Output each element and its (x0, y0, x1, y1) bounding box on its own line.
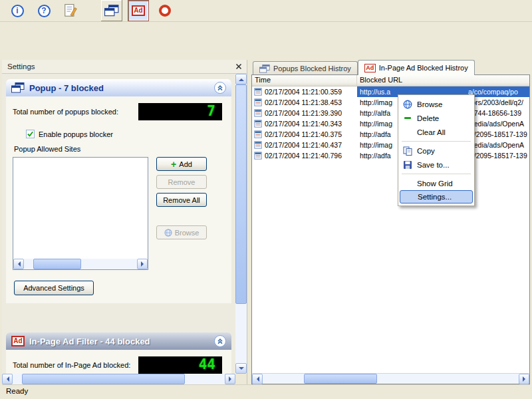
scroll-up-button[interactable] (235, 74, 247, 84)
scroll-right-button[interactable] (225, 374, 235, 384)
settings-close-button[interactable] (233, 62, 243, 72)
scroll-right-button[interactable] (519, 374, 529, 384)
url-text: http://imag (360, 98, 392, 106)
context-menu-copy[interactable]: Copy (400, 144, 473, 158)
advanced-settings-label: Advanced Settings (23, 284, 84, 292)
advanced-settings-button[interactable]: Advanced Settings (14, 281, 94, 295)
table-row[interactable]: 02/17/2004 11:21:38.453 http://imagsors/… (252, 97, 529, 108)
scroll-track[interactable] (263, 374, 519, 384)
menu-separator (402, 141, 471, 142)
menu-item-label: Delete (417, 114, 439, 122)
ad-icon: Ad (364, 64, 376, 72)
enable-popups-label: Enable popups blocker (39, 130, 113, 138)
table-row[interactable]: 02/17/2004 11:21:40.375 http://adfam/209… (252, 129, 529, 140)
context-menu-show-grid[interactable]: Show Grid (400, 176, 473, 190)
ad-filter-button[interactable]: Ad (128, 0, 149, 21)
enable-popups-row: Enable popups blocker (26, 130, 225, 138)
help-button[interactable]: ? (33, 0, 55, 21)
ad-icon: Ad (11, 336, 25, 346)
scroll-down-button[interactable] (235, 363, 247, 374)
popup-section-title: Popup - 7 blocked (29, 83, 104, 93)
menu-item-label: Clear All (417, 128, 446, 136)
scroll-left-button[interactable] (252, 374, 263, 384)
remove-button[interactable]: Remove (156, 175, 207, 189)
menu-item-label: Copy (417, 147, 435, 155)
time-value: 02/17/2004 11:21:38.453 (265, 98, 342, 106)
chevron-up-icon (216, 337, 224, 345)
url-icon (254, 98, 262, 106)
app-window: My Ad Blocker v2.0 - Unregistered Config… (0, 0, 532, 399)
scroll-thumb[interactable] (235, 84, 247, 304)
url-text: http://altfa (360, 109, 390, 117)
table-row[interactable]: 02/17/2004 11:21:00.359 http://us.aa/co/… (252, 86, 529, 97)
scroll-thumb[interactable] (22, 374, 185, 384)
settings-panel-body: Popup - 7 blocked Total number of popups… (2, 74, 235, 374)
inpage-total-label: Total number of In-Page Ad blocked: (13, 361, 130, 369)
settings-panel-header: Settings (2, 60, 247, 74)
popup-count-display: 7 (138, 103, 222, 120)
remove-all-button[interactable]: Remove All (156, 193, 207, 207)
settings-panel-title: Settings (7, 63, 35, 70)
scroll-track[interactable] (13, 374, 225, 384)
popup-count-row: Total number of popups blocked: 7 (13, 103, 225, 120)
popup-collapse-button[interactable] (214, 82, 226, 94)
browse-button-label: Browse (175, 229, 200, 237)
scroll-track[interactable] (24, 259, 137, 269)
scroll-left-button[interactable] (13, 259, 24, 269)
url-text: http://imag (360, 141, 392, 149)
time-value: 02/17/2004 11:21:39.390 (265, 109, 342, 117)
table-row[interactable]: 02/17/2004 11:21:39.390 http://altfa/374… (252, 108, 529, 118)
statusbar: Ready (2, 384, 530, 397)
globe-icon (164, 229, 172, 237)
popup-blocker-icon (104, 5, 119, 17)
tab-inpage-history-label: In-Page Ad Blocked Histroy (379, 64, 468, 72)
scroll-right-button[interactable] (137, 259, 148, 269)
history-panel: Popups Blocked Histroy Ad In-Page Ad Blo… (251, 60, 530, 384)
time-value: 02/17/2004 11:21:40.796 (265, 152, 342, 160)
browse-button[interactable]: Browse (156, 225, 207, 239)
column-header-url[interactable]: Blocked URL (357, 75, 529, 86)
time-cell: 02/17/2004 11:21:00.359 (252, 88, 357, 96)
scroll-thumb[interactable] (304, 374, 377, 384)
chevron-up-icon (216, 84, 224, 92)
allowed-sites-buttons: + Add Remove Remove All Brows (156, 157, 207, 270)
context-menu-delete[interactable]: Delete (400, 111, 473, 125)
edit-settings-button[interactable] (60, 0, 81, 21)
tab-inpage-history[interactable]: Ad In-Page Ad Blocked Histroy (358, 60, 475, 75)
scroll-thumb[interactable] (33, 259, 81, 269)
scroll-track[interactable] (235, 84, 247, 363)
enable-popups-checkbox[interactable] (26, 130, 35, 138)
menu-separator (402, 174, 471, 174)
table-row[interactable]: 02/17/2004 11:21:40.437 http://imagMedia… (252, 140, 529, 150)
inpage-count-row: Total number of In-Page Ad blocked: 44 (13, 356, 225, 374)
context-menu: Browse Delete Clear All Copy Save to... … (398, 94, 475, 206)
context-menu-save-to[interactable]: Save to... (400, 158, 473, 172)
context-menu-settings[interactable]: Settings... (400, 190, 473, 203)
url-text-tail: /3744-18656-139 (468, 109, 521, 117)
add-button[interactable]: + Add (156, 157, 207, 171)
url-icon (254, 141, 262, 149)
blocked-url-list: Time Blocked URL 02/17/2004 11:21:00.359… (251, 74, 530, 384)
column-header-time[interactable]: Time (252, 75, 357, 86)
inpage-section: Ad In-Page Ad Filter - 44 blocked Total … (6, 332, 231, 374)
stop-button[interactable] (154, 0, 176, 21)
table-row[interactable]: 02/17/2004 11:21:40.343 http://imagMedia… (252, 118, 529, 129)
menu-item-label: Show Grid (417, 180, 453, 188)
table-row[interactable]: 02/17/2004 11:21:40.796 http://adfam/209… (252, 150, 529, 161)
edit-icon (63, 3, 78, 18)
context-menu-clear-all[interactable]: Clear All (400, 125, 473, 139)
context-menu-browse[interactable]: Browse (400, 97, 473, 111)
copy-icon (402, 146, 414, 156)
popup-section: Popup - 7 blocked Total number of popups… (6, 79, 231, 303)
inpage-collapse-button[interactable] (214, 335, 226, 347)
inpage-count-display: 44 (138, 356, 222, 374)
allowed-sites-listbox[interactable] (13, 157, 148, 270)
tab-popups-history-label: Popups Blocked Histroy (273, 65, 351, 72)
scroll-left-button[interactable] (2, 374, 13, 384)
popup-blocker-button[interactable] (101, 0, 122, 21)
time-cell: 02/17/2004 11:21:40.343 (252, 120, 357, 128)
info-button[interactable]: i (7, 0, 28, 21)
tab-popups-history[interactable]: Popups Blocked Histroy (253, 61, 358, 75)
url-text-tail: Media/ads/OpenA (468, 141, 524, 149)
time-value: 02/17/2004 11:21:40.437 (265, 141, 342, 149)
